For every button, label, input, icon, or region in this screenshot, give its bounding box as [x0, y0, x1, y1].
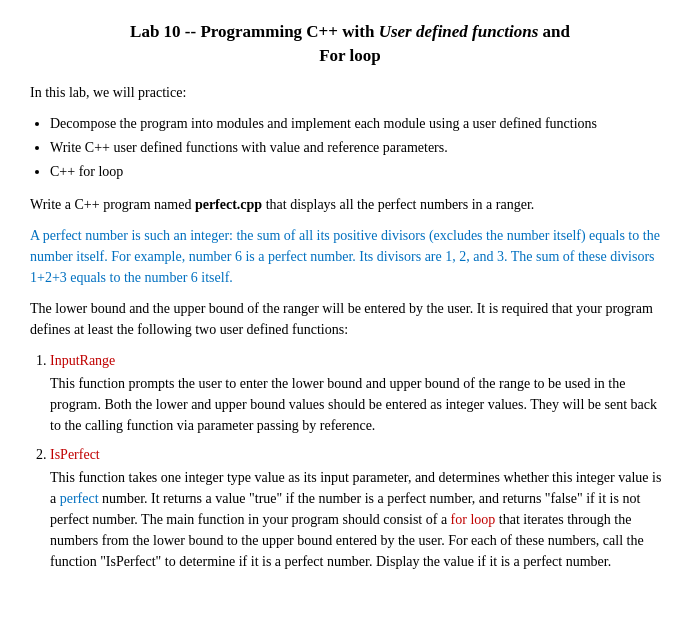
list-item: C++ for loop: [50, 161, 670, 182]
filename: perfect.cpp: [195, 197, 262, 212]
function-item-2: IsPerfect This function takes one intege…: [50, 444, 670, 572]
lower-upper-text: The lower bound and the upper bound of t…: [30, 298, 670, 340]
function-desc-2: This function takes one integer type val…: [50, 467, 670, 572]
list-item: Decompose the program into modules and i…: [50, 113, 670, 134]
function-item-1: InputRange This function prompts the use…: [50, 350, 670, 436]
page-title: Lab 10 -- Programming C++ with User defi…: [30, 20, 670, 68]
bullet-list: Decompose the program into modules and i…: [50, 113, 670, 182]
blue-description: A perfect number is such an integer: the…: [30, 225, 670, 288]
function-name-1: InputRange: [50, 353, 115, 368]
functions-list: InputRange This function prompts the use…: [50, 350, 670, 572]
function-name-2: IsPerfect: [50, 447, 100, 462]
task-line: Write a C++ program named perfect.cpp th…: [30, 194, 670, 215]
list-item: Write C++ user defined functions with va…: [50, 137, 670, 158]
intro-text: In this lab, we will practice:: [30, 82, 670, 103]
function-desc-1: This function prompts the user to enter …: [50, 373, 670, 436]
